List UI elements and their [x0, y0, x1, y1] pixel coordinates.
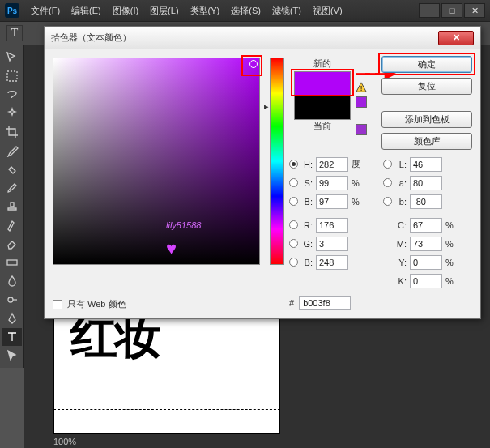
k-input[interactable]	[410, 274, 442, 288]
bri-unit: %	[352, 197, 363, 207]
add-swatch-button[interactable]: 添加到色板	[381, 111, 472, 128]
tools-panel	[0, 45, 24, 368]
saturation-brightness-field[interactable]	[53, 58, 260, 265]
cancel-button[interactable]: 复位	[381, 78, 472, 95]
red-input[interactable]	[316, 218, 348, 233]
wand-tool[interactable]	[2, 105, 22, 122]
minimize-button[interactable]: ─	[419, 3, 440, 18]
hue-input[interactable]	[316, 157, 348, 172]
m-input[interactable]	[410, 237, 442, 251]
bri-label: B:	[301, 197, 313, 207]
annotation-highlight	[291, 69, 354, 96]
hex-label: #	[289, 298, 294, 308]
y-input[interactable]	[410, 255, 442, 270]
gradient-tool[interactable]	[2, 254, 22, 271]
sat-input[interactable]	[316, 176, 348, 190]
blur-tool[interactable]	[2, 272, 22, 290]
c-label: C:	[395, 220, 407, 230]
sat-unit: %	[352, 178, 363, 188]
dialog-close-button[interactable]: ✕	[438, 31, 474, 45]
b-radio[interactable]	[383, 197, 392, 206]
marquee-tool[interactable]	[2, 67, 22, 85]
y-label: Y:	[395, 258, 407, 267]
lasso-tool[interactable]	[2, 86, 22, 104]
dialog-title: 拾色器（文本颜色）	[51, 32, 131, 44]
sat-label: S:	[301, 178, 313, 188]
dodge-tool[interactable]	[2, 291, 22, 309]
color-swatch-group: 新的 当前	[294, 58, 351, 134]
l-label: L:	[395, 160, 407, 169]
red-radio[interactable]	[289, 220, 298, 229]
green-input[interactable]	[316, 237, 348, 251]
brush-tool[interactable]	[2, 179, 22, 197]
green-label: G:	[301, 239, 313, 249]
bri-radio[interactable]	[289, 197, 298, 206]
app-logo: Ps	[5, 3, 19, 18]
red-label: R:	[301, 220, 313, 230]
stamp-tool[interactable]	[2, 198, 22, 215]
svg-rect-0	[7, 71, 17, 81]
svg-rect-1	[7, 260, 17, 265]
gamut-swatch[interactable]	[356, 96, 367, 108]
history-brush-tool[interactable]	[2, 216, 22, 234]
color-libraries-button[interactable]: 颜色库	[381, 133, 472, 150]
web-only-label: 只有 Web 颜色	[67, 298, 126, 310]
annotation-highlight	[378, 53, 475, 75]
maximize-button[interactable]: □	[441, 3, 462, 18]
menu-view[interactable]: 视图(V)	[308, 2, 347, 20]
eraser-tool[interactable]	[2, 235, 22, 253]
web-only-checkbox[interactable]	[53, 300, 62, 309]
menu-type[interactable]: 类型(Y)	[185, 2, 225, 20]
green-radio[interactable]	[289, 239, 298, 248]
svg-point-2	[8, 297, 13, 302]
c-input[interactable]	[410, 218, 442, 233]
a-radio[interactable]	[383, 178, 392, 187]
m-label: M:	[395, 239, 407, 249]
hue-label: H:	[301, 160, 313, 169]
eyedropper-tool[interactable]	[2, 142, 22, 160]
crop-tool[interactable]	[2, 123, 22, 141]
menu-select[interactable]: 选择(S)	[226, 2, 266, 20]
menu-edit[interactable]: 编辑(E)	[66, 2, 106, 20]
blue-radio[interactable]	[289, 258, 298, 267]
blue-input[interactable]	[316, 255, 348, 270]
l-input[interactable]	[410, 157, 442, 172]
type-tool[interactable]	[2, 328, 22, 346]
hue-slider-thumb-icon: ▸	[264, 101, 269, 109]
hex-row: #	[289, 296, 351, 310]
annotation-highlight	[241, 55, 262, 76]
hue-slider[interactable]	[270, 58, 284, 265]
l-radio[interactable]	[383, 160, 392, 169]
close-button[interactable]: ✕	[464, 3, 485, 18]
healing-tool[interactable]	[2, 160, 22, 178]
sat-radio[interactable]	[289, 178, 298, 187]
hue-radio[interactable]	[289, 160, 298, 169]
zoom-status[interactable]: 100%	[53, 437, 76, 446]
pen-tool[interactable]	[2, 309, 22, 327]
dialog-title-bar[interactable]: 拾色器（文本颜色） ✕	[45, 27, 480, 49]
menu-filter[interactable]: 滤镜(T)	[267, 2, 306, 20]
web-only-row: 只有 Web 颜色	[53, 298, 126, 310]
hex-input[interactable]	[299, 296, 351, 310]
blue-label: B:	[301, 258, 313, 267]
menu-image[interactable]: 图像(I)	[108, 2, 143, 20]
menu-bar: 文件(F) 编辑(E) 图像(I) 图层(L) 类型(Y) 选择(S) 滤镜(T…	[26, 2, 347, 20]
menu-layer[interactable]: 图层(L)	[145, 2, 183, 20]
bri-input[interactable]	[316, 194, 348, 209]
b-label: b:	[395, 197, 407, 207]
a-input[interactable]	[410, 176, 442, 190]
selection-marquee	[53, 399, 280, 410]
b-input[interactable]	[410, 194, 442, 209]
gamut-warning-icon[interactable]: !	[356, 82, 367, 93]
current-color-swatch[interactable]	[294, 96, 351, 120]
menu-file[interactable]: 文件(F)	[26, 2, 65, 20]
new-color-label: 新的	[294, 58, 351, 70]
websafe-swatch[interactable]	[356, 124, 367, 135]
c-unit: %	[445, 220, 457, 230]
path-select-tool[interactable]	[2, 347, 22, 365]
app-title-bar: Ps 文件(F) 编辑(E) 图像(I) 图层(L) 类型(Y) 选择(S) 滤…	[0, 0, 490, 21]
move-tool[interactable]	[2, 49, 22, 66]
m-unit: %	[445, 239, 457, 249]
type-tool-indicator: T	[6, 25, 23, 41]
y-unit: %	[445, 258, 457, 267]
